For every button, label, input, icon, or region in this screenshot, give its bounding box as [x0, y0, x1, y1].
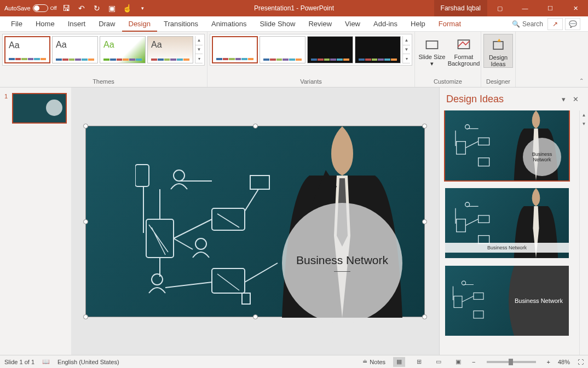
variants-gallery[interactable]: ▲▼▾	[210, 34, 412, 66]
idea-title: Business Network	[509, 266, 569, 336]
share-button[interactable]: ↗	[547, 18, 563, 30]
slide-thumbnails: 1	[0, 87, 71, 355]
slide-counter[interactable]: Slide 1 of 1	[4, 359, 34, 365]
reading-view-icon[interactable]: ▭	[433, 357, 445, 367]
tab-slideshow[interactable]: Slide Show	[253, 16, 302, 32]
svg-rect-8	[250, 176, 269, 189]
variants-group-label: Variants	[210, 77, 412, 87]
design-idea-card[interactable]: Business Network	[445, 188, 569, 258]
sorter-view-icon[interactable]: ⊞	[413, 357, 425, 367]
ribbon-tabs: File Home Insert Draw Design Transitions…	[0, 16, 588, 32]
design-idea-card[interactable]: Business Network	[445, 110, 569, 180]
from-beginning-icon[interactable]: ▣	[106, 2, 118, 14]
notes-button[interactable]: ≐ Notes	[362, 358, 385, 365]
design-idea-card[interactable]: Business Network	[445, 266, 569, 336]
ribbon: Aa Aa Aa Aa ▲▼▾ Themes	[0, 32, 588, 87]
theme-swatch[interactable]: Aa	[4, 36, 50, 63]
slideshow-view-icon[interactable]: ▣	[452, 357, 464, 367]
slide-title-circle: Business Network	[282, 203, 402, 323]
variant-swatch[interactable]	[260, 36, 305, 63]
variant-swatch[interactable]	[307, 36, 353, 63]
language-indicator[interactable]: English (United States)	[57, 359, 119, 365]
design-ideas-list[interactable]: Business Network Business Network Busine…	[440, 110, 579, 355]
qat-more-icon[interactable]: ▾	[137, 2, 149, 14]
share-icon: ↗	[552, 20, 558, 28]
ribbon-display-icon[interactable]: ▢	[487, 0, 512, 16]
svg-rect-16	[457, 219, 466, 232]
pane-options-icon[interactable]: ▾	[557, 93, 569, 105]
search-box[interactable]: 🔍 Search	[508, 20, 547, 28]
svg-point-10	[195, 238, 206, 249]
autosave-label: AutoSave	[4, 5, 31, 11]
workspace: 1 ↻	[0, 87, 588, 355]
pane-scrollbar[interactable]: ▲ ▼	[579, 110, 588, 355]
tab-file[interactable]: File	[4, 16, 29, 32]
idea-title: Business Network	[523, 138, 561, 176]
tab-draw[interactable]: Draw	[92, 16, 122, 32]
idea-title: Business Network	[445, 243, 569, 253]
tab-format[interactable]: Format	[432, 16, 468, 32]
scroll-down-icon[interactable]: ▼	[580, 119, 588, 128]
pane-close-icon[interactable]: ✕	[569, 93, 581, 105]
save-icon[interactable]: 🖫	[60, 2, 72, 14]
document-title: Presentation1 - PowerPoint	[254, 4, 334, 12]
tab-design[interactable]: Design	[122, 16, 157, 32]
format-background-button[interactable]: Format Background	[449, 34, 479, 67]
gallery-scroll[interactable]: ▲▼▾	[402, 36, 410, 63]
variant-swatch[interactable]	[212, 36, 258, 63]
theme-swatch[interactable]: Aa	[147, 36, 193, 63]
tab-animations[interactable]: Animations	[205, 16, 253, 32]
tab-insert[interactable]: Insert	[61, 16, 93, 32]
scroll-up-icon[interactable]: ▲	[580, 110, 588, 119]
tab-transitions[interactable]: Transitions	[157, 16, 205, 32]
resize-handle[interactable]	[83, 124, 88, 128]
gallery-scroll[interactable]: ▲▼▾	[195, 36, 203, 63]
network-sketch-image	[135, 159, 299, 307]
autosave-toggle[interactable]: AutoSave Off	[4, 4, 57, 12]
maximize-icon[interactable]: ☐	[538, 0, 563, 16]
resize-handle[interactable]	[83, 314, 88, 319]
slide-size-label: Slide Size ▾	[417, 54, 447, 67]
theme-swatch[interactable]: Aa	[100, 36, 146, 63]
comment-icon: 💬	[569, 20, 577, 28]
redo-icon[interactable]: ↻	[91, 2, 103, 14]
design-ideas-button[interactable]: Design Ideas	[483, 34, 513, 68]
spellcheck-icon[interactable]: 📖	[42, 358, 50, 365]
slide-title-text: Business Network	[296, 254, 388, 267]
variant-swatch[interactable]	[355, 36, 401, 63]
collapse-ribbon-icon[interactable]: ⌃	[575, 32, 588, 87]
svg-rect-6	[242, 293, 250, 304]
tab-home[interactable]: Home	[29, 16, 61, 32]
tab-view[interactable]: View	[338, 16, 367, 32]
autosave-state: Off	[50, 5, 57, 11]
slide-thumbnail[interactable]	[12, 93, 67, 124]
close-icon[interactable]: ✕	[563, 0, 588, 16]
slide-size-button[interactable]: Slide Size ▾	[417, 34, 447, 67]
zoom-out-button[interactable]: −	[472, 359, 475, 365]
search-label: Search	[522, 20, 543, 28]
themes-gallery[interactable]: Aa Aa Aa Aa ▲▼▾	[2, 34, 205, 66]
design-ideas-icon	[490, 38, 506, 53]
touch-mode-icon[interactable]: ☝	[122, 2, 134, 14]
normal-view-icon[interactable]: ▦	[393, 357, 405, 367]
zoom-slider[interactable]	[487, 361, 536, 363]
fit-to-window-icon[interactable]: ⛶	[578, 359, 584, 365]
themes-group-label: Themes	[2, 77, 205, 87]
minimize-icon[interactable]: —	[512, 0, 538, 16]
tab-addins[interactable]: Add-ins	[367, 16, 404, 32]
zoom-in-button[interactable]: +	[547, 359, 550, 365]
tab-help[interactable]: Help	[404, 16, 432, 32]
zoom-level[interactable]: 48%	[558, 359, 570, 365]
undo-icon[interactable]: ↶	[76, 2, 88, 14]
comments-button[interactable]: 💬	[565, 18, 580, 30]
svg-rect-3	[146, 219, 174, 258]
slide[interactable]: Business Network	[85, 126, 425, 317]
tab-review[interactable]: Review	[302, 16, 338, 32]
svg-rect-13	[479, 138, 489, 145]
svg-point-11	[152, 274, 163, 285]
user-account[interactable]: Farshad Iqbal	[434, 0, 487, 16]
theme-swatch[interactable]: Aa	[52, 36, 98, 63]
svg-rect-4	[212, 208, 245, 230]
format-bg-icon	[456, 37, 472, 52]
resize-handle[interactable]	[83, 219, 88, 224]
